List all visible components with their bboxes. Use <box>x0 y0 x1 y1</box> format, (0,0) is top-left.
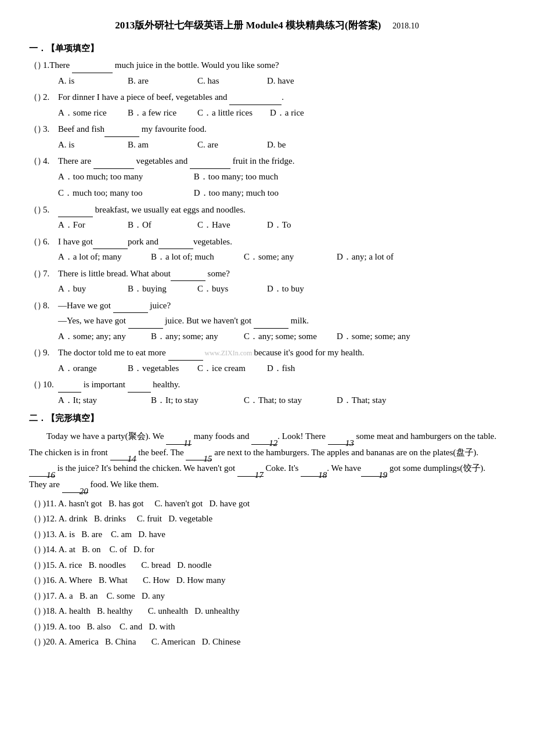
q-text: much juice in the bottle. Would you like… <box>70 58 505 73</box>
opt-b: B．a lot of; much <box>151 250 226 265</box>
opt-c: C．Have <box>197 218 250 233</box>
section2-header: 二．【完形填空】 <box>29 411 505 426</box>
cq-16: （ ） )16. A. Where B. What C. How D. How … <box>29 573 505 588</box>
opt-a: A．It; stay <box>58 393 134 408</box>
title-block: 2013版外研社七年级英语上册 Module4 模块精典练习(附答案) 2018… <box>29 17 505 34</box>
paren: （ <box>29 542 37 557</box>
cq-11: （ ） )11. A. hasn't got B. has got C. hav… <box>29 496 505 512</box>
q-text: Beef and fish my favourite food. <box>58 122 505 137</box>
opt-d: D．some; some; any <box>337 329 412 344</box>
opt-d: D．any; a lot of <box>337 250 412 265</box>
cq-13: （ ） )13. A. is B. are C. am D. have <box>29 527 505 542</box>
q-text: )18. A. health B. healthy C. unhealth D.… <box>43 604 505 619</box>
passage: Today we have a party(聚会). We 11 many fo… <box>29 429 505 493</box>
options-row: A. is B. am C. are D. be <box>58 138 505 153</box>
paren: （ <box>29 527 37 542</box>
question-2: （ ） 2. For dinner I have a piece of beef… <box>29 90 505 120</box>
paren: （ <box>29 620 37 635</box>
opt-c: C．ice cream <box>197 361 250 376</box>
paren-r: ） <box>37 90 43 105</box>
q-text: )15. A. rice B. noodles C. bread D. nood… <box>43 558 505 573</box>
question-6: （ ） 6. I have gotpork andvegetables. A．a… <box>29 235 505 265</box>
q-text: I have gotpork andvegetables. <box>58 235 505 250</box>
section1-header: 一．【单项填空】 <box>29 41 505 56</box>
paren: （ <box>29 235 37 250</box>
opt-a: A．For <box>58 218 110 233</box>
q-text: )14. A. at B. on C. of D. for <box>43 542 505 557</box>
options-row: A．too much; too many B．too many; too muc… <box>58 170 505 185</box>
options-row: A. is B. are C. has D. have <box>58 74 505 89</box>
q-num: 1.There <box>43 58 70 73</box>
paren-r: ） <box>37 122 43 137</box>
q-num: 6. <box>43 235 58 250</box>
q-text: )16. A. Where B. What C. How D. How many <box>43 573 505 588</box>
opt-d: D．To <box>267 218 319 233</box>
opt-c: C．much too; many too <box>58 186 192 201</box>
q-text: There are vegetables and fruit in the fr… <box>58 154 505 169</box>
options-row: A．For B．Of C．Have D．To <box>58 218 505 233</box>
opt-b: B．vegetables <box>128 361 180 376</box>
opt-d: D．too many; much too <box>194 186 279 201</box>
opt-d: D．to buy <box>267 282 319 297</box>
paren-r: ） <box>37 377 43 393</box>
options-row: A．It; stay B．It; to stay C．That; to stay… <box>58 393 505 408</box>
q-num: 2. <box>43 90 58 105</box>
paren-r: ） <box>37 573 43 588</box>
paren-r: ） <box>37 58 43 73</box>
opt-b: B. am <box>128 138 180 153</box>
paren: （ <box>29 58 37 73</box>
paren: （ <box>29 635 37 650</box>
paren: （ <box>29 267 37 282</box>
paren-r: ） <box>37 154 43 169</box>
opt-b: B．It; to stay <box>151 393 226 408</box>
q-num: 4. <box>43 154 58 169</box>
opt-a: A．some rice <box>58 106 110 121</box>
q-text: )20. A. America B. China C. American D. … <box>43 635 505 650</box>
opt-c: C．any; some; some <box>244 329 319 344</box>
opt-b: B. are <box>128 74 180 89</box>
opt-a: A．too much; too many <box>58 170 192 185</box>
options-row: A．some; any; any B．any; some; any C．any;… <box>58 329 505 344</box>
paren-r: ） <box>37 635 43 650</box>
q-text: )19. A. too B. also C. and D. with <box>43 620 505 635</box>
opt-b: B．a few rice <box>128 106 180 121</box>
q-text: )12. A. drink B. drinks C. fruit D. vege… <box>43 512 505 527</box>
opt-a: A．orange <box>58 361 110 376</box>
opt-c: C．That; to stay <box>244 393 319 408</box>
q-text: )13. A. is B. are C. am D. have <box>43 527 505 542</box>
options-row: A．orange B．vegetables C．ice cream D．fish <box>58 361 505 376</box>
cq-15: （ ） )15. A. rice B. noodles C. bread D. … <box>29 558 505 573</box>
q-num: 8. <box>43 298 58 314</box>
cq-18: （ ） )18. A. health B. healthy C. unhealt… <box>29 604 505 619</box>
question-8: （ ） 8. —Have we got juice? —Yes, we have… <box>29 298 505 344</box>
paren: （ <box>29 558 37 573</box>
paren: （ <box>29 512 37 527</box>
q-text: For dinner I have a piece of beef, veget… <box>58 90 505 105</box>
opt-d: D．That; stay <box>337 393 412 408</box>
paren: （ <box>29 377 37 393</box>
q-text: breakfast, we usually eat eggs and noodl… <box>58 203 505 218</box>
options-row: A．some rice B．a few rice C．a little rice… <box>58 106 505 121</box>
opt-c: C. are <box>197 138 250 153</box>
options-row2: C．much too; many too D．too many; much to… <box>58 186 505 201</box>
opt-a: A．buy <box>58 282 110 297</box>
page-date: 2018.10 <box>392 21 419 30</box>
q-num: 10. <box>43 377 58 393</box>
question-5: （ ） 5. breakfast, we usually eat eggs an… <box>29 203 505 233</box>
opt-a: A. is <box>58 74 110 89</box>
paren-r: ） <box>37 527 43 542</box>
paren: （ <box>29 154 37 169</box>
q-text: is important healthy. <box>58 377 505 393</box>
opt-a: A. is <box>58 138 110 153</box>
q-text: )17. A. a B. an C. some D. any <box>43 589 505 604</box>
opt-a: A．a lot of; many <box>58 250 134 265</box>
opt-d: D．a rice <box>270 106 322 121</box>
paren: （ <box>29 589 37 604</box>
opt-c: C．some; any <box>244 250 319 265</box>
paren: （ <box>29 345 37 361</box>
paren-r: ） <box>37 512 43 527</box>
question-1: （ ） 1.There much juice in the bottle. Wo… <box>29 58 505 88</box>
q-text: The doctor told me to eat more www.ZIXIn… <box>58 345 505 361</box>
paren-r: ） <box>37 496 43 512</box>
paren-r: ） <box>37 298 43 314</box>
